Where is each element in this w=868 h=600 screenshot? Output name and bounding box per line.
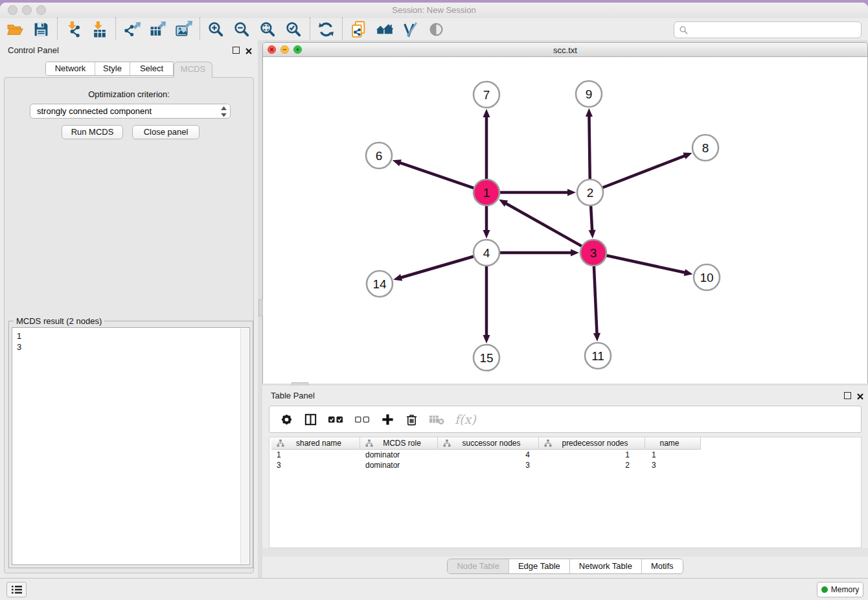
graph-edge-3-1[interactable] — [499, 200, 583, 247]
vertical-splitter-handle[interactable] — [258, 299, 263, 316]
table-cell[interactable]: dominator — [360, 450, 438, 460]
memory-button[interactable]: Memory — [817, 582, 863, 597]
graph-node-9[interactable]: 9 — [576, 81, 602, 107]
graph-edge-3-10[interactable] — [605, 255, 693, 276]
graph-node-2[interactable]: 2 — [577, 179, 603, 205]
graph-edge-3-11[interactable] — [593, 264, 600, 341]
result-scrollbar[interactable] — [240, 329, 249, 564]
float-panel-icon[interactable] — [233, 47, 240, 54]
export-network-icon[interactable] — [122, 19, 141, 39]
graph-node-15[interactable]: 15 — [474, 345, 499, 371]
graph-edge-4-3[interactable] — [498, 249, 579, 257]
add-row-icon[interactable] — [381, 411, 394, 427]
graph-edge-2-9[interactable] — [586, 108, 593, 181]
export-table-icon[interactable] — [148, 19, 167, 39]
graph-node-7[interactable]: 7 — [474, 82, 499, 108]
tab-network-table[interactable]: Network Table — [570, 559, 642, 573]
graph-node-10[interactable]: 10 — [694, 264, 720, 290]
tab-style[interactable]: Style — [95, 62, 130, 75]
network-view-window: scc.txt 1234678910111415 — [262, 42, 868, 384]
close-panel-icon[interactable] — [245, 46, 253, 54]
open-folder-icon[interactable] — [5, 19, 25, 39]
graph-node-8[interactable]: 8 — [692, 135, 718, 161]
table-cell[interactable]: 3 — [271, 460, 360, 470]
graph-node-4[interactable]: 4 — [474, 240, 499, 266]
tree-sort-icon — [360, 439, 373, 447]
graph-edge-1-6[interactable] — [393, 159, 475, 189]
graphics-details-icon[interactable] — [400, 19, 420, 39]
float-panel-icon[interactable] — [844, 392, 851, 399]
task-history-button[interactable] — [6, 582, 27, 597]
graph-edge-4-15[interactable] — [483, 264, 490, 343]
zoom-fit-icon[interactable] — [258, 19, 277, 39]
search-input[interactable] — [689, 23, 861, 36]
svg-text:1: 1 — [483, 186, 490, 200]
table-cell[interactable]: 4 — [438, 450, 539, 460]
network-canvas[interactable]: 1234678910111415 — [263, 57, 867, 384]
tab-select[interactable]: Select — [130, 62, 173, 75]
criterion-dropdown[interactable]: strongly connected component — [30, 104, 231, 119]
svg-text:6: 6 — [376, 149, 383, 163]
table-cell[interactable]: 2 — [539, 460, 645, 470]
tab-network[interactable]: Network — [46, 62, 95, 75]
graph-edge-1-2[interactable] — [498, 189, 576, 196]
table-cell[interactable]: dominator — [360, 460, 438, 470]
tab-node-table[interactable]: Node Table — [448, 559, 509, 573]
column-header-name[interactable]: name — [645, 437, 701, 450]
table-cell[interactable]: 1 — [539, 450, 645, 460]
graph-edge-1-7[interactable] — [483, 109, 490, 181]
contrast-icon[interactable] — [426, 19, 446, 39]
graph-node-11[interactable]: 11 — [585, 343, 611, 369]
run-mcds-button[interactable]: Run MCDS — [62, 125, 123, 139]
window-titlebar: Session: New Session — [0, 3, 868, 18]
table-row[interactable]: 1dominator411 — [271, 450, 861, 460]
graph-node-6[interactable]: 6 — [366, 143, 392, 168]
home-icon[interactable] — [374, 19, 394, 39]
table-cell[interactable]: 1 — [645, 450, 701, 460]
table-panel-footer-strip — [262, 548, 868, 557]
table-cell[interactable]: 3 — [645, 460, 701, 470]
graph-edge-4-14[interactable] — [393, 256, 475, 281]
save-icon[interactable] — [31, 19, 51, 39]
control-panel: Control Panel Network Style Select MCDS — [0, 40, 258, 578]
graph-node-1[interactable]: 1 — [474, 179, 499, 205]
zoom-out-icon[interactable] — [232, 19, 251, 39]
mcds-result-title: MCDS result (2 nodes) — [14, 316, 104, 326]
column-header-successor-nodes[interactable]: successor nodes — [438, 437, 539, 450]
select-all-icon[interactable] — [328, 411, 344, 427]
search-box[interactable] — [674, 21, 862, 38]
graph-edge-2-8[interactable] — [601, 153, 692, 189]
column-header-MCDS-role[interactable]: MCDS role — [360, 437, 438, 450]
tab-edge-table[interactable]: Edge Table — [509, 559, 570, 573]
import-network-icon[interactable] — [63, 19, 83, 39]
main-toolbar — [0, 18, 868, 40]
tab-mcds[interactable]: MCDS — [174, 62, 212, 78]
close-panel-icon[interactable] — [856, 391, 864, 399]
mcds-result-fieldset: MCDS result (2 nodes) 1 3 — [8, 321, 253, 568]
refresh-icon[interactable] — [316, 19, 336, 39]
clone-network-icon[interactable] — [348, 19, 368, 39]
graph-edge-2-3[interactable] — [589, 204, 596, 238]
deselect-all-icon[interactable] — [354, 411, 371, 427]
column-layout-icon[interactable] — [304, 411, 317, 427]
column-header-shared-name[interactable]: shared name — [271, 437, 360, 450]
import-table-icon[interactable] — [89, 19, 109, 39]
table-cell[interactable]: 3 — [438, 460, 539, 470]
zoom-in-icon[interactable] — [206, 19, 225, 39]
tab-motifs[interactable]: Motifs — [642, 559, 683, 573]
close-panel-button[interactable]: Close panel — [132, 125, 200, 139]
graph-edge-1-4[interactable] — [483, 204, 490, 238]
svg-text:11: 11 — [591, 349, 604, 363]
network-window-titlebar[interactable]: scc.txt — [263, 43, 867, 57]
settings-gear-icon[interactable] — [280, 411, 293, 427]
column-header-predecessor-nodes[interactable]: predecessor nodes — [539, 437, 645, 450]
table-cell[interactable]: 1 — [271, 450, 360, 460]
table-row[interactable]: 3dominator323 — [271, 460, 861, 470]
export-image-icon[interactable] — [174, 19, 193, 39]
graph-node-14[interactable]: 14 — [367, 271, 393, 297]
mcds-result-box[interactable]: 1 3 — [12, 327, 250, 565]
graph-node-3[interactable]: 3 — [580, 240, 606, 266]
zoom-selected-icon[interactable] — [284, 19, 303, 39]
svg-text:14: 14 — [372, 277, 387, 291]
delete-row-icon[interactable] — [405, 411, 418, 427]
